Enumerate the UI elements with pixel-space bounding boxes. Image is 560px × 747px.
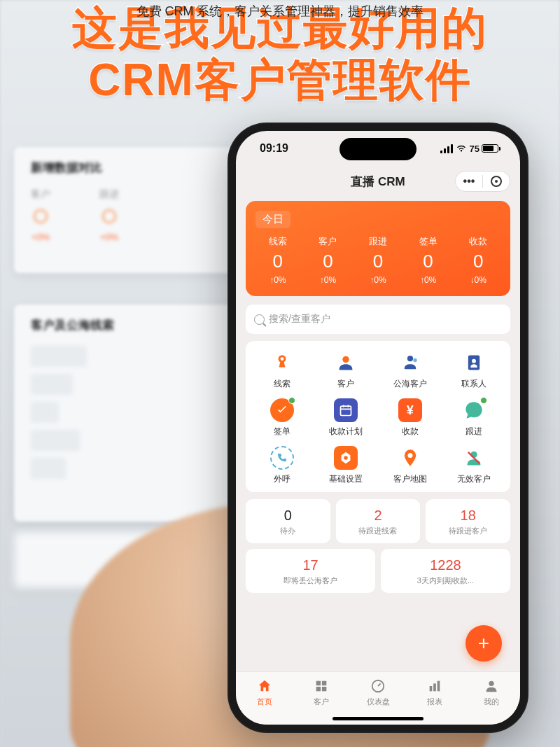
tab-home[interactable]: 首页 [236,672,293,712]
invalid-icon [462,446,486,470]
mine-icon [483,678,500,694]
module-contact[interactable]: 联系人 [442,351,507,390]
tab-bar: 首页 客户 仪表盘 报表 我的 [236,671,520,725]
dash-item-3[interactable]: 签单 0 0% [403,235,454,285]
svg-rect-19 [438,680,440,691]
svg-point-2 [407,356,413,361]
today-chip[interactable]: 今日 [255,211,290,228]
miniprogram-capsule[interactable]: ••• [455,171,510,192]
contact-icon [462,351,486,375]
fab-add-button[interactable]: + [465,625,502,662]
module-cust-map[interactable]: 客户地图 [378,446,442,485]
status-time: 09:19 [260,142,288,155]
search-icon [254,314,265,325]
dash-item-4[interactable]: 收款 0 0% [453,235,503,285]
badge-dot-icon [480,397,487,404]
stat-card[interactable]: 2 待跟进线索 [336,499,421,543]
phone-frame: 09:19 75 直播 CRM ••• 今日 线 [227,123,528,733]
app-title-bar: 直播 CRM ••• [236,166,520,197]
today-dashboard: 今日 线索 0 0%客户 0 0%跟进 0 0%签单 0 0%收款 0 0% [246,201,510,296]
payplan-icon [334,398,358,422]
reports-icon [426,678,443,694]
wifi-icon [456,144,467,153]
stat-card[interactable]: 1228 3天内到期收款... [381,549,510,593]
module-outcall[interactable]: 外呼 [250,446,314,485]
module-public-customer[interactable]: 公海客户 [378,351,442,390]
module-invalid[interactable]: 无效客户 [442,446,507,485]
dash-item-2[interactable]: 跟进 0 0% [353,235,403,285]
svg-point-3 [413,358,416,362]
search-placeholder: 搜索/查重客户 [269,313,330,326]
tab-mine[interactable]: 我的 [463,672,520,712]
app-title: 直播 CRM [351,174,405,190]
top-caption: 免费 CRM 系统，客户关系管理神器，提升销售效率 [0,0,560,20]
dash-item-0[interactable]: 线索 0 0% [253,235,303,285]
tab-dashboard[interactable]: 仪表盘 [349,672,406,712]
module-followup[interactable]: 跟进 [442,398,507,438]
svg-point-9 [407,453,412,458]
module-settings[interactable]: 基础设置 [314,446,379,485]
stat-card[interactable]: 18 待跟进客户 [426,499,510,543]
module-payment[interactable]: ¥ 收款 [378,398,442,438]
dash-item-1[interactable]: 客户 0 0% [303,235,354,285]
followup-icon [462,398,486,422]
svg-point-20 [489,680,494,685]
svg-rect-17 [430,686,433,691]
battery-icon: 75 [470,144,500,154]
svg-rect-14 [316,686,320,690]
settings-icon [334,446,358,470]
tab-reports[interactable]: 报表 [407,672,463,712]
sign-icon [270,398,294,422]
tab-customers[interactable]: 客户 [293,672,349,712]
more-icon[interactable]: ••• [456,175,482,188]
stat-card[interactable]: 17 即将丢公海客户 [246,549,375,593]
customer-icon [334,351,358,375]
ring-icon [34,209,48,223]
dashboard-icon [370,678,386,694]
module-grid: 线索 客户 公海客户 联系人 签单 收款计划¥ 收款 跟进 外呼 基础设置 客户… [246,341,510,492]
close-target-icon[interactable] [483,176,510,187]
payment-icon: ¥ [398,398,422,422]
module-customer[interactable]: 客户 [314,351,379,390]
module-sign[interactable]: 签单 [250,398,314,438]
lead-icon [270,351,294,375]
stats-row-2: 17 即将丢公海客户1228 3天内到期收款... [246,549,510,593]
svg-rect-6 [341,406,351,415]
stat-card[interactable]: 0 待办 [246,499,330,543]
home-indicator [332,717,424,720]
cellular-icon [440,144,453,153]
home-icon [256,678,273,694]
module-lead[interactable]: 线索 [250,351,314,390]
svg-rect-13 [322,680,326,685]
svg-point-5 [472,359,476,363]
svg-rect-12 [316,680,320,685]
svg-point-0 [280,357,284,361]
stats-row-1: 0 待办2 待跟进线索18 待跟进客户 [246,499,510,543]
phone-screen: 09:19 75 直播 CRM ••• 今日 线 [236,131,520,725]
svg-point-1 [343,356,349,363]
cust-map-icon [398,446,422,470]
search-input[interactable]: 搜索/查重客户 [246,305,510,334]
customers-icon [313,678,330,694]
public-customer-icon [398,351,422,375]
svg-rect-18 [433,683,436,691]
battery-pct: 75 [470,144,479,154]
ring-icon [102,209,116,223]
dynamic-island [340,138,416,160]
module-payplan[interactable]: 收款计划 [314,398,379,438]
svg-point-8 [344,456,349,460]
svg-rect-15 [322,686,326,690]
outcall-icon [270,446,294,470]
badge-dot-icon [288,397,295,404]
